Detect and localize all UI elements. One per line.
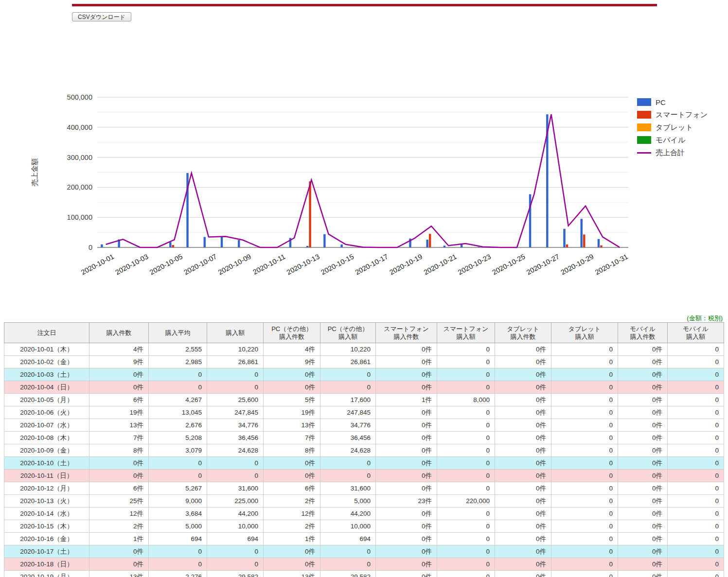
column-header: 購入件数 [89,323,149,343]
column-header: モバイル購入件数 [618,323,668,343]
table-row: 2020-10-11（日）0件000件00件00件00件0 [4,470,724,482]
table-cell: 0件 [618,495,668,507]
table-cell: 0 [320,381,376,394]
order-date-cell: 2020-10-08（木） [4,432,89,444]
table-cell: 0件 [264,558,320,571]
svg-text:300,000: 300,000 [67,154,92,161]
table-cell: 0 [149,368,207,381]
svg-text:2020-10-03: 2020-10-03 [114,253,149,277]
table-cell: 0 [437,419,495,432]
table-cell: 0 [437,507,495,520]
table-cell: 0 [551,520,618,533]
table-cell: 36,456 [320,432,376,444]
order-date-cell: 2020-10-07（水） [4,419,89,432]
legend-item: PC [637,96,708,108]
legend-label: モバイル [656,136,685,145]
table-cell: 29,582 [320,571,376,577]
column-header: 注文日 [4,323,89,343]
table-cell: 24,628 [320,444,376,457]
table-cell: 44,200 [320,507,376,520]
table-cell: 0 [668,545,724,558]
table-cell: 0 [551,406,618,419]
table-cell: 19件 [264,406,320,419]
table-cell: 0件 [376,545,437,558]
table-cell: 0件 [495,457,551,470]
table-cell: 225,000 [207,495,264,507]
table-cell: 0件 [376,356,437,368]
table-cell: 0 [668,558,724,571]
table-cell: 0 [437,356,495,368]
table-cell: 6件 [89,482,149,495]
table-row: 2020-10-05（月）6件4,26725,6005件17,6001件8,00… [4,394,724,406]
table-cell: 13件 [264,571,320,577]
table-cell: 0件 [89,545,149,558]
table-cell: 0 [668,406,724,419]
table-cell: 0 [437,545,495,558]
table-cell: 2件 [264,520,320,533]
order-date-cell: 2020-10-17（土） [4,545,89,558]
table-row: 2020-10-04（日）0件000件00件00件00件0 [4,381,724,394]
table-cell: 0件 [89,457,149,470]
table-cell: 0件 [495,381,551,394]
table-cell: 17,600 [320,394,376,406]
table-cell: 0件 [495,343,551,356]
svg-text:2020-10-05: 2020-10-05 [148,253,184,277]
table-cell: 0件 [618,545,668,558]
table-cell: 0 [668,394,724,406]
table-row: 2020-10-19（月）13件2,27629,58213件29,5820件00… [4,571,724,577]
table-cell: 26,861 [207,356,264,368]
table-cell: 0件 [495,571,551,577]
table-cell: 0件 [495,545,551,558]
table-cell: 0 [551,482,618,495]
table-cell: 0件 [618,470,668,482]
order-date-cell: 2020-10-13（火） [4,495,89,507]
table-cell: 0 [551,356,618,368]
svg-text:2020-10-21: 2020-10-21 [423,253,458,277]
table-cell: 0 [149,381,207,394]
svg-text:200,000: 200,000 [67,183,92,191]
table-row: 2020-10-07（水）13件2,67634,77613件34,7760件00… [4,419,724,432]
table-cell: 0 [207,457,264,470]
svg-text:0: 0 [89,244,92,251]
table-cell: 0件 [376,571,437,577]
table-cell: 0 [207,368,264,381]
table-row: 2020-10-14（水）12件3,68444,20012件44,2000件00… [4,507,724,520]
table-cell: 9,000 [149,495,207,507]
table-cell: 2,555 [149,343,207,356]
table-cell: 0件 [376,533,437,545]
table-cell: 0 [551,432,618,444]
table-cell: 2,276 [149,571,207,577]
order-date-cell: 2020-10-09（金） [4,444,89,457]
table-cell: 0 [437,343,495,356]
table-cell: 0件 [376,381,437,394]
table-cell: 0 [437,558,495,571]
table-cell: 25件 [89,495,149,507]
table-row: 2020-10-13（火）25件9,000225,0002件5,00023件22… [4,495,724,507]
table-row: 2020-10-09（金）8件3,07924,6288件24,6280件00件0… [4,444,724,457]
y-axis-title: 売上金額 [31,158,38,187]
table-cell: 0 [149,457,207,470]
table-row: 2020-10-01（木）4件2,55510,2204件10,2200件00件0… [4,343,724,356]
column-header: スマートフォン購入額 [437,323,495,343]
table-cell: 36,456 [207,432,264,444]
table-cell: 34,776 [207,419,264,432]
table-cell: 0 [551,545,618,558]
table-cell: 3,684 [149,507,207,520]
table-cell: 0件 [264,470,320,482]
y-gridlines [97,97,628,232]
table-cell: 1件 [264,533,320,545]
table-cell: 0件 [89,470,149,482]
legend-label: PC [656,98,666,106]
legend-item: スマートフォン [637,108,708,121]
order-date-cell: 2020-10-14（水） [4,507,89,520]
table-cell: 220,000 [437,495,495,507]
table-cell: 13,045 [149,406,207,419]
table-cell: 29,582 [207,571,264,577]
table-row: 2020-10-16（金）1件6946941件6940件00件00件0 [4,533,724,545]
table-cell: 12件 [89,507,149,520]
table-cell: 0件 [376,368,437,381]
sales-table: 注文日購入件数購入平均購入額PC（その他）購入件数PC（その他）購入額スマートフ… [4,322,724,577]
order-date-cell: 2020-10-11（日） [4,470,89,482]
legend-label: 売上合計 [656,148,685,157]
table-cell: 0件 [618,457,668,470]
